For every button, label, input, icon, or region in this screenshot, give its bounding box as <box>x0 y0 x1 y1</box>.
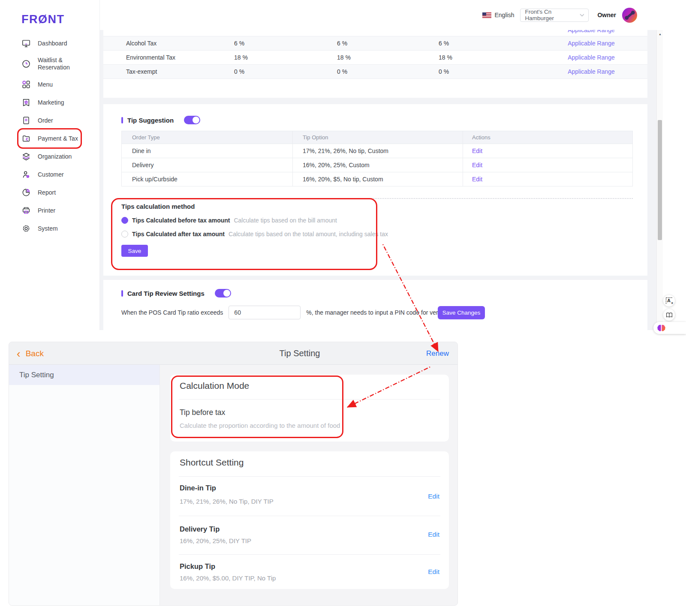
sidebar-item-label: Dashboard <box>38 40 67 47</box>
chevron-down-icon <box>580 14 584 17</box>
edit-link[interactable]: Edit <box>472 144 482 158</box>
column-header: Actions <box>472 131 490 144</box>
column-divider <box>292 144 293 158</box>
order-type-cell: Pick up/Curbside <box>132 172 178 186</box>
tax-name: Alcohol Tax <box>126 36 156 51</box>
divider <box>179 516 440 516</box>
tips-calc-option-before-tax[interactable]: Tips Calculated before tax amount Calcul… <box>121 217 337 224</box>
folder-card-icon <box>21 134 31 143</box>
chevron-left-icon: ‹ <box>17 349 21 359</box>
translate-button[interactable]: Ax <box>663 295 675 306</box>
edit-link[interactable]: Edit <box>428 531 439 538</box>
shortcut-item-name: Pickup Tip <box>180 562 215 571</box>
edit-link[interactable]: Edit <box>472 158 482 172</box>
save-changes-button[interactable]: Save Changes <box>438 306 485 319</box>
sidebar-item-menu[interactable]: Menu <box>0 75 99 93</box>
sidebar-item-payment-tax[interactable]: Payment & Tax <box>0 129 99 147</box>
admin-console: English Front's Cn Hamburger Owner FRØNT… <box>0 0 663 330</box>
pos-header: ‹ Back Tip Setting Renew <box>9 342 457 365</box>
divider <box>179 476 440 477</box>
monitor-icon <box>21 39 31 48</box>
sidebar-item-label: Report <box>38 189 56 196</box>
column-divider <box>463 172 463 186</box>
tip-suggestion-toggle[interactable] <box>184 116 200 124</box>
back-button[interactable]: ‹ Back <box>17 342 44 365</box>
divider <box>179 554 440 555</box>
sidebar-item-label: Waitlist & Reservation <box>38 57 88 71</box>
section-accent-bar <box>121 290 123 297</box>
applicable-range-link[interactable]: Applicable Range <box>540 30 643 33</box>
tax-name: Environmental Tax <box>126 51 175 65</box>
tips-calc-option-after-tax[interactable]: Tips Calculated after tax amount Calcula… <box>121 231 388 237</box>
tax-value: 0 % <box>234 65 244 79</box>
table-row: Dine in 17%, 21%, 26%, No tip, Custom Ed… <box>122 144 632 158</box>
avatar[interactable] <box>622 8 637 23</box>
applicable-range-link[interactable]: Applicable Range <box>540 51 643 65</box>
gear-icon <box>21 224 31 233</box>
card-tip-review-card: Card Tip Review Settings When the POS Ca… <box>103 280 647 330</box>
column-divider <box>463 131 463 144</box>
tax-value: 0 % <box>337 65 347 79</box>
save-button[interactable]: Save <box>121 245 148 257</box>
scrollbar-thumb[interactable] <box>658 120 662 240</box>
store-selector[interactable]: Front's Cn Hamburger <box>520 9 589 22</box>
sidebar-item-waitlist-reservation[interactable]: Waitlist & Reservation <box>0 52 99 75</box>
section-accent-bar <box>121 117 123 123</box>
sidebar-item-organization[interactable]: Organization <box>0 147 99 165</box>
pos-sidebar-item-tip-setting[interactable]: Tip Setting <box>9 365 159 385</box>
ai-assistant-button[interactable] <box>653 322 686 334</box>
ratio-input[interactable] <box>229 306 301 319</box>
pie-chart-icon <box>21 188 31 197</box>
edit-link[interactable]: Edit <box>472 172 482 186</box>
page: English Front's Cn Hamburger Owner FRØNT… <box>0 0 686 616</box>
sidebar-item-dashboard[interactable]: Dashboard <box>0 34 99 52</box>
column-header: Tip Option <box>303 131 328 144</box>
shortcut-item-name: Dine-in Tip <box>180 484 216 492</box>
radio-unselected-icon[interactable] <box>121 231 128 237</box>
sidebar-item-label: Customer <box>38 171 64 178</box>
dictionary-button[interactable] <box>663 309 675 321</box>
column-divider <box>292 131 293 144</box>
applicable-range-link[interactable]: Applicable Range <box>540 36 643 51</box>
sidebar-item-report[interactable]: Report <box>0 183 99 201</box>
grid-icon <box>21 80 31 89</box>
scrollbar[interactable]: ▲ <box>656 30 663 330</box>
card-tip-review-toggle[interactable] <box>215 289 231 297</box>
tax-value: 18 % <box>337 51 351 65</box>
sidebar-item-label: Payment & Tax <box>38 135 78 142</box>
card-tip-review-title: Card Tip Review Settings <box>127 290 205 297</box>
sidebar-item-label: Menu <box>38 81 53 88</box>
edit-link[interactable]: Edit <box>428 568 439 576</box>
sidebar-item-marketing[interactable]: Marketing <box>0 93 99 111</box>
edit-link[interactable]: Edit <box>428 493 439 500</box>
language-switcher[interactable]: English <box>482 12 514 18</box>
shortcut-item-options: 16%, 20%, 25%, DIY TIP <box>180 537 251 544</box>
radio-selected-icon[interactable] <box>121 217 128 224</box>
sidebar-item-printer[interactable]: Printer <box>0 201 99 219</box>
sidebar-item-customer[interactable]: Customer <box>0 165 99 183</box>
calculation-mode-card: Calculation Mode Tip before tax Calculat… <box>170 375 449 442</box>
role-label: Owner <box>597 12 616 18</box>
calculation-mode-value[interactable]: Tip before tax <box>180 408 225 417</box>
applicable-range-link[interactable]: Applicable Range <box>540 65 643 79</box>
table-row: Pick up/Curbside 16%, 20%, $5, No tip, C… <box>122 172 632 186</box>
sidebar: FRØNT Dashboard Waitlist & Reservation M… <box>0 0 100 330</box>
toggle-knob <box>223 290 230 297</box>
tip-suggestion-table: Order Type Tip Option Actions Dine in 17… <box>121 131 633 186</box>
sidebar-item-system[interactable]: System <box>0 219 99 237</box>
pos-sidebar: Tip Setting <box>9 365 160 606</box>
person-gear-icon <box>21 170 31 179</box>
table-row: Alcohol Tax 6 % 6 % 6 % Applicable Range <box>103 36 647 51</box>
sidebar-item-label: Marketing <box>38 99 64 106</box>
sidebar-item-order[interactable]: Order <box>0 111 99 129</box>
column-divider <box>463 158 463 172</box>
sidebar-nav: Dashboard Waitlist & Reservation Menu Ma… <box>0 34 99 237</box>
translate-icon: Ax <box>666 297 672 304</box>
scrollbar-up-arrow[interactable]: ▲ <box>657 33 663 36</box>
ratio-suffix-label: %, the manager needs to input a PIN code… <box>306 309 458 316</box>
column-divider <box>292 158 293 172</box>
language-label: English <box>495 12 514 18</box>
renew-link[interactable]: Renew <box>426 342 449 365</box>
tax-value: 18 % <box>439 51 452 65</box>
tax-table-card: Applicable Range Alcohol Tax 6 % 6 % 6 %… <box>103 30 647 98</box>
